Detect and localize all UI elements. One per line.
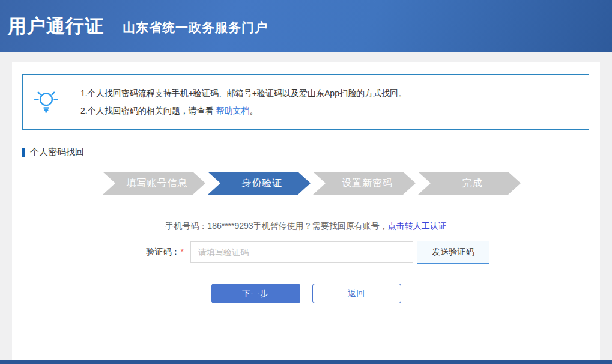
notice-line-2: 2.个人找回密码的相关问题，请查看 帮助文档。 [80,102,589,120]
header: 用户通行证 山东省统一政务服务门户 [0,0,612,52]
next-step-button[interactable]: 下一步 [211,284,300,303]
manual-auth-link[interactable]: 点击转人工认证 [388,221,447,231]
step-identity-verification: 身份验证 [208,172,311,195]
notice-icon-cell [23,75,70,129]
footer-bar [0,360,612,364]
help-doc-link[interactable]: 帮助文档 [216,106,250,115]
notice-box: 1.个人找回密码流程支持手机+验证码、邮箱号+验证码以及爱山东App扫脸的方式找… [22,74,589,130]
section-title-label: 个人密码找回 [30,147,84,158]
captcha-input[interactable] [190,241,413,263]
brand-divider [114,19,114,37]
lightbulb-icon [33,88,59,117]
notice-text: 1.个人找回密码流程支持手机+验证码、邮箱号+验证码以及爱山东App扫脸的方式找… [70,75,589,129]
action-buttons: 下一步 返回 [0,284,612,303]
phone-notice-text: 手机号码：186****9293手机暂停使用？需要找回原有账号， [165,221,387,231]
captcha-label: 验证码：* [143,247,184,258]
portal-name: 山东省统一政务服务门户 [123,19,268,36]
section-title-bar [22,148,25,157]
back-button[interactable]: 返回 [312,284,401,303]
site-brand: 用户通行证 [8,14,104,39]
phone-notice: 手机号码：186****9293手机暂停使用？需要找回原有账号，点击转人工认证 [0,221,612,232]
step-fill-account-info: 填写账号信息 [103,172,205,195]
step-complete: 完成 [418,172,521,195]
steps-bar: 填写账号信息 身份验证 设置新密码 完成 [11,172,612,195]
send-code-button[interactable]: 发送验证码 [417,241,489,264]
captcha-form-row: 验证码：* 发送验证码 [143,241,489,264]
required-asterisk: * [181,247,184,256]
notice-line-1: 1.个人找回密码流程支持手机+验证码、邮箱号+验证码以及爱山东App扫脸的方式找… [80,85,589,102]
section-title: 个人密码找回 [22,147,84,158]
step-set-new-password: 设置新密码 [313,172,416,195]
